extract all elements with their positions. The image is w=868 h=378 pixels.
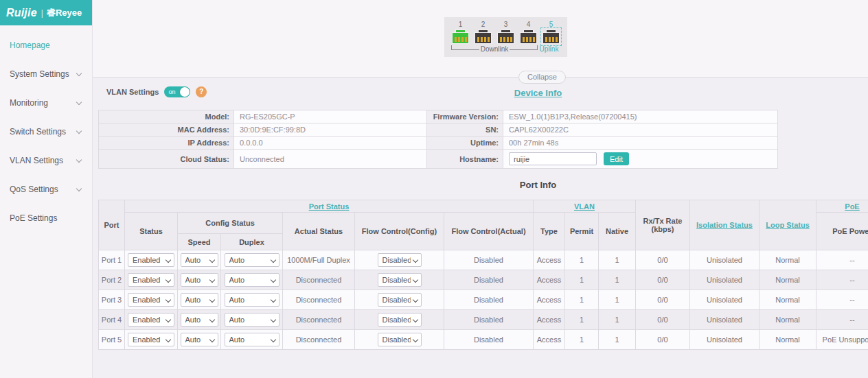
sidebar-item-system-settings[interactable]: System Settings bbox=[0, 60, 92, 88]
loop-status-link[interactable]: Loop Status bbox=[766, 221, 810, 229]
speed-select-wrapper: Auto bbox=[181, 253, 218, 267]
brand-logo-ruijie: Ruijie bbox=[6, 7, 37, 19]
speed-select[interactable]: Auto bbox=[181, 273, 218, 287]
loop-status-cell: Normal bbox=[760, 270, 816, 290]
col-header-type: Type bbox=[534, 213, 565, 250]
flow-control-config-select-cell: Disabled bbox=[355, 250, 444, 270]
vlan-type-cell: Access bbox=[534, 310, 565, 330]
content-area: VLAN Settings on ? Device Info Model: RG… bbox=[93, 78, 868, 378]
speed-select[interactable]: Auto bbox=[181, 253, 218, 267]
port-status-link[interactable]: Port Status bbox=[309, 202, 350, 211]
port-3[interactable]: 3 bbox=[496, 21, 515, 44]
status-select[interactable]: Enabled bbox=[128, 253, 174, 267]
status-select[interactable]: Enabled bbox=[128, 273, 174, 287]
speed-select[interactable]: Auto bbox=[181, 333, 218, 346]
port-number-label: 4 bbox=[527, 21, 531, 29]
port-links-row: Downlink Uplink bbox=[451, 45, 560, 54]
rate-cell: 0/0 bbox=[636, 250, 690, 270]
status-select[interactable]: Enabled bbox=[128, 313, 174, 327]
sidebar-item-monitoring[interactable]: Monitoring bbox=[0, 88, 92, 117]
rate-cell: 0/0 bbox=[636, 310, 690, 330]
chevron-down-icon bbox=[76, 185, 82, 191]
col-header-flow-config: Flow Control(Config) bbox=[355, 213, 444, 250]
mac-label: MAC Address: bbox=[99, 123, 234, 137]
sidebar-item-vlan-settings[interactable]: VLAN Settings bbox=[0, 146, 92, 175]
rate-cell: 0/0 bbox=[636, 290, 690, 310]
flow-control-actual-cell: Disabled bbox=[444, 250, 534, 270]
speed-select-cell: Auto bbox=[178, 250, 221, 270]
device-info-link[interactable]: Device Info bbox=[514, 88, 562, 98]
vlan-settings-toggle[interactable]: on bbox=[164, 86, 190, 97]
isolation-status-link[interactable]: Isolation Status bbox=[696, 221, 753, 229]
col-header-actual-status: Actual Status bbox=[283, 213, 355, 250]
help-icon[interactable]: ? bbox=[196, 86, 207, 97]
sidebar-item-qos-settings[interactable]: QoS Settings bbox=[0, 175, 92, 204]
rj45-pin bbox=[510, 37, 512, 42]
rj45-pin bbox=[556, 37, 558, 42]
downlink-bracket: Downlink bbox=[451, 45, 538, 54]
port-5[interactable]: 5 bbox=[542, 21, 560, 44]
port-1[interactable]: 1 bbox=[451, 21, 470, 44]
flow-control-config-select[interactable]: Disabled bbox=[378, 273, 422, 287]
loop-status-cell: Normal bbox=[760, 250, 816, 270]
poe-link[interactable]: PoE bbox=[845, 202, 859, 211]
edit-hostname-button[interactable]: Edit bbox=[604, 152, 629, 165]
sidebar-item-switch-settings[interactable]: Switch Settings bbox=[0, 117, 92, 146]
main-area: 12345 Downlink Uplink Collapse VLAN bbox=[93, 0, 868, 378]
flow-control-config-select[interactable]: Disabled bbox=[378, 313, 422, 327]
flow-control-config-select[interactable]: Disabled bbox=[378, 333, 422, 346]
rj45-port-icon bbox=[542, 29, 560, 44]
status-select[interactable]: Enabled bbox=[128, 333, 174, 346]
firmware-label: Firmware Version: bbox=[427, 110, 503, 123]
rj45-body bbox=[497, 32, 514, 44]
hostname-input[interactable] bbox=[509, 152, 597, 165]
vlan-native-cell: 1 bbox=[599, 250, 636, 270]
flow-control-config-select-wrapper: Disabled bbox=[378, 313, 422, 327]
port-2[interactable]: 2 bbox=[474, 21, 492, 44]
status-select-wrapper: Enabled bbox=[128, 333, 174, 346]
flow-control-config-select[interactable]: Disabled bbox=[378, 253, 422, 267]
port-table-row: Port 2EnabledAutoAutoDisconnectedDisable… bbox=[99, 270, 868, 290]
port-table-row: Port 3EnabledAutoAutoDisconnectedDisable… bbox=[99, 290, 868, 310]
ip-label: IP Address: bbox=[99, 137, 234, 150]
duplex-select[interactable]: Auto bbox=[225, 293, 279, 307]
speed-select[interactable]: Auto bbox=[181, 313, 218, 327]
port-info-title: Port Info bbox=[98, 180, 868, 190]
flow-control-config-select-cell: Disabled bbox=[355, 270, 444, 290]
duplex-select[interactable]: Auto bbox=[225, 313, 279, 327]
rj45-pin bbox=[526, 37, 528, 42]
chevron-down-icon bbox=[76, 128, 82, 133]
duplex-select[interactable]: Auto bbox=[225, 253, 279, 267]
sidebar-item-homepage[interactable]: Homepage bbox=[0, 31, 92, 60]
sidebar-item-poe-settings[interactable]: PoE Settings bbox=[0, 204, 92, 233]
rj45-pin bbox=[500, 37, 502, 42]
uplink-label: Uplink bbox=[538, 45, 560, 54]
mac-value: 30:0D:9E:CF:99:8D bbox=[234, 123, 427, 137]
status-select[interactable]: Enabled bbox=[128, 293, 174, 307]
collapse-button[interactable]: Collapse bbox=[518, 71, 566, 84]
col-header-config-status: Config Status bbox=[178, 213, 283, 234]
duplex-select-cell: Auto bbox=[221, 270, 283, 290]
port-info-table: Port Port Status VLAN Rx/Tx Rate(kbps) I… bbox=[98, 200, 868, 350]
device-port-panel-band: 12345 Downlink Uplink Collapse bbox=[93, 0, 868, 78]
flow-control-config-select[interactable]: Disabled bbox=[378, 293, 422, 307]
duplex-select[interactable]: Auto bbox=[225, 273, 279, 287]
toggle-knob bbox=[180, 87, 190, 97]
status-select-cell: Enabled bbox=[125, 330, 178, 350]
bracket-line-right bbox=[510, 49, 537, 50]
flow-control-config-select-cell: Disabled bbox=[355, 310, 444, 330]
port-4[interactable]: 4 bbox=[519, 21, 538, 44]
duplex-select[interactable]: Auto bbox=[225, 333, 279, 346]
vlan-link[interactable]: VLAN bbox=[574, 202, 595, 211]
rj45-pin bbox=[503, 37, 505, 42]
speed-select-cell: Auto bbox=[178, 270, 221, 290]
rj45-pin bbox=[455, 37, 457, 42]
speed-select-wrapper: Auto bbox=[181, 273, 218, 287]
rj45-pin bbox=[481, 37, 483, 42]
speed-select[interactable]: Auto bbox=[181, 293, 218, 307]
isolation-status-cell: Unisolated bbox=[690, 250, 760, 270]
status-select-cell: Enabled bbox=[125, 270, 178, 290]
vlan-native-cell: 1 bbox=[599, 330, 636, 350]
port-number-label: 2 bbox=[481, 21, 486, 29]
firmware-value: ESW_1.0(1)B1P3,Release(07200415) bbox=[503, 110, 778, 123]
